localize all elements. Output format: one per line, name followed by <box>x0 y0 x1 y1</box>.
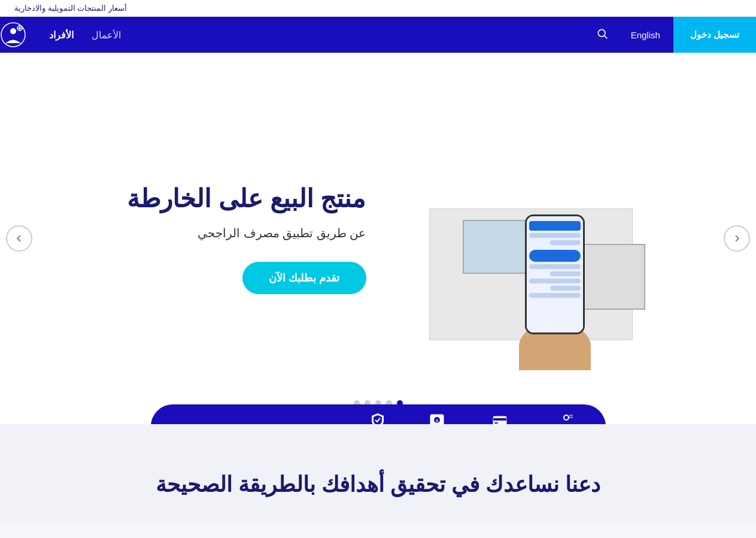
search-button[interactable] <box>587 28 618 42</box>
quick-nav-accounts[interactable]: الحسابات <box>551 412 582 424</box>
announcement-text: أسعار المنتجات التمويلية والادخارية <box>14 4 127 13</box>
screen-bar-1 <box>529 221 581 231</box>
svg-point-0 <box>598 29 605 37</box>
svg-text:$: $ <box>436 418 439 424</box>
svg-line-1 <box>604 36 607 39</box>
phone-hand <box>507 167 603 370</box>
finance-icon: $ <box>429 412 445 424</box>
quick-nav-finance[interactable]: $ التمويل <box>425 412 450 424</box>
svg-rect-12 <box>494 422 498 424</box>
nav-individuals[interactable]: الأفراد <box>49 29 74 41</box>
phone-screen <box>527 216 583 333</box>
chevron-right-icon <box>732 234 742 243</box>
screen-bar-4 <box>529 250 581 262</box>
hero-title: منتج البيع على الخارطة <box>48 183 366 216</box>
svg-rect-11 <box>493 418 506 421</box>
login-button[interactable]: تسجيل دخول <box>673 17 756 53</box>
screen-bar-3 <box>550 240 581 245</box>
accounts-icon <box>558 412 575 424</box>
hero-cta-button[interactable]: تقدم بطلبك الآن <box>242 262 366 294</box>
screen-bar-8 <box>550 286 581 291</box>
quick-nav-cards[interactable]: البطاقات <box>485 412 515 424</box>
announcement-bar: أسعار المنتجات التمويلية والادخارية <box>0 0 756 17</box>
carousel-prev-button[interactable] <box>6 225 32 252</box>
svg-point-3 <box>10 28 16 34</box>
lang-switcher[interactable]: English <box>618 30 673 40</box>
chevron-left-icon <box>14 234 24 243</box>
carousel-next-button[interactable] <box>724 225 750 252</box>
nav-right: الأعمال الأفراد <box>0 22 135 48</box>
hero-image <box>390 107 709 370</box>
insurance-icon <box>369 412 386 424</box>
hero-text: منتج البيع على الخارطة عن طريق تطبيق مصر… <box>48 183 390 295</box>
main-nav: تسجيل دخول English الأعمال الأفراد <box>0 17 756 53</box>
screen-bar-2 <box>529 233 581 238</box>
bottom-section: دعنا نساعدك في تحقيق أهدافك بالطريقة الص… <box>0 424 756 521</box>
search-icon <box>596 28 608 40</box>
hero-subtitle: عن طريق تطبيق مصرف الراجحي <box>48 226 366 240</box>
bottom-heading: دعنا نساعدك في تحقيق أهدافك بالطريقة الص… <box>24 472 732 497</box>
svg-point-6 <box>564 416 568 419</box>
logo-icon <box>0 22 26 48</box>
hero-section: منتج البيع على الخارطة عن طريق تطبيق مصر… <box>0 53 756 424</box>
nav-business[interactable]: الأعمال <box>92 29 121 41</box>
quick-nav-insurance[interactable]: التأمين <box>367 412 389 424</box>
screen-bar-6 <box>550 271 581 276</box>
screen-bar-7 <box>529 279 581 283</box>
screen-bar-5 <box>529 264 581 269</box>
logo[interactable] <box>0 22 31 48</box>
screen-bar-9 <box>529 293 581 298</box>
quick-nav: الحسابات البطاقات $ التمويل <box>151 404 606 424</box>
cards-icon <box>491 412 508 424</box>
hero-content: منتج البيع على الخارطة عن طريق تطبيق مصر… <box>0 83 756 394</box>
hero-illustration <box>405 107 693 370</box>
phone-frame <box>525 214 585 334</box>
